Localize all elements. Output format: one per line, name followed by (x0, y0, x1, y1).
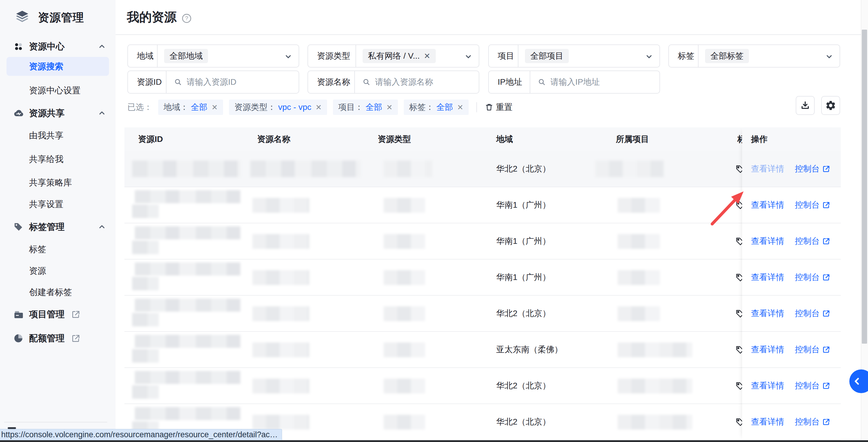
view-detail-link[interactable]: 查看详情 (751, 272, 784, 283)
svg-text:?: ? (185, 15, 188, 21)
console-link[interactable]: 控制台 (795, 380, 830, 391)
selected-chip-tag: 标签：全部✕ (404, 99, 469, 115)
sidebar-item-label: 配额管理 (29, 329, 65, 347)
download-icon (800, 100, 810, 111)
sidebar-group-label: 标签管理 (29, 221, 65, 233)
view-detail-link[interactable]: 查看详情 (751, 344, 784, 355)
reset-filters-button[interactable]: 重置 (485, 102, 513, 113)
col-project: 所属项目 (616, 127, 649, 151)
redacted-cell (250, 161, 361, 177)
selected-chip-resource-type: 资源类型：vpc - vpc✕ (229, 99, 327, 115)
console-link[interactable]: 控制台 (795, 235, 830, 247)
remove-chip-icon[interactable]: ✕ (457, 103, 463, 112)
remove-chip-icon[interactable]: ✕ (212, 103, 218, 112)
remove-chip-icon[interactable]: ✕ (386, 103, 393, 112)
sidebar-item-shared-by-me[interactable]: 由我共享 (0, 126, 116, 144)
window-bottom-edge (0, 440, 868, 442)
sidebar-item-resources[interactable]: 资源 (0, 262, 116, 280)
view-detail-link[interactable]: 查看详情 (751, 416, 784, 428)
table-header: 资源ID 资源名称 资源类型 地域 所属项目 标签 (124, 127, 841, 151)
side-panel-toggle-button[interactable] (849, 370, 868, 393)
redacted-cell (252, 343, 309, 357)
region-filter[interactable]: 地域 全部地域 (127, 44, 299, 67)
redacted-cell (618, 379, 692, 393)
sidebar-item-share-policy-library[interactable]: 共享策略库 (0, 173, 116, 191)
redacted-cell (132, 277, 159, 290)
sidebar-item-shared-to-me[interactable]: 共享给我 (0, 150, 116, 168)
project-filter-value: 全部项目 (525, 49, 569, 63)
external-link-icon (822, 165, 830, 173)
gear-icon (825, 100, 836, 111)
console-link[interactable]: 控制台 (795, 272, 830, 283)
export-button[interactable] (796, 96, 815, 115)
view-detail-link[interactable]: 查看详情 (751, 308, 784, 319)
console-link[interactable]: 控制台 (795, 416, 830, 428)
view-detail-link[interactable]: 查看详情 (751, 199, 784, 211)
console-link[interactable]: 控制台 (795, 344, 830, 355)
sidebar-group-label: 资源共享 (29, 107, 65, 119)
region-cell: 华南1（广州） (496, 187, 551, 223)
browser-status-bar: https://console.volcengine.com/resourcem… (0, 429, 282, 440)
resource-id-search: 资源ID (127, 70, 299, 94)
remove-tag-icon[interactable]: ✕ (424, 52, 430, 60)
redacted-cell (135, 407, 241, 420)
col-actions: 操作 (742, 127, 768, 151)
action-cell: 查看详情控制台 (742, 404, 841, 440)
resource-id-input[interactable] (183, 77, 299, 87)
redacted-cell (135, 262, 241, 276)
tag-filter-value: 全部标签 (705, 49, 749, 63)
annotation-arrow (707, 188, 752, 230)
sidebar-item-tags[interactable]: 标签 (0, 240, 116, 258)
redacted-cell (135, 335, 241, 348)
selected-chip-project: 项目：全部✕ (333, 99, 398, 115)
filter-label: 资源名称 (308, 71, 355, 93)
search-icon (174, 77, 183, 87)
action-column-cells: 查看详情控制台 查看详情控制台 查看详情控制台 查看详情控制台 查看详情控制台 … (742, 151, 841, 440)
column-settings-button[interactable] (821, 96, 840, 115)
view-detail-link[interactable]: 查看详情 (751, 380, 784, 391)
help-icon[interactable]: ? (181, 13, 192, 25)
action-cell: 查看详情控制台 (742, 368, 841, 404)
view-detail-link[interactable]: 查看详情 (751, 163, 784, 175)
chevron-left-icon (852, 376, 862, 387)
redacted-cell (252, 234, 309, 249)
scrollbar-thumb[interactable] (862, 30, 867, 344)
redacted-cell (135, 226, 241, 240)
resource-type-filter[interactable]: 资源类型 私有网络 / V...✕ (308, 44, 479, 67)
remove-chip-icon[interactable]: ✕ (315, 103, 322, 112)
region-cell: 亚太东南（柔佛） (496, 332, 563, 367)
console-link[interactable]: 控制台 (795, 308, 830, 319)
redacted-cell (384, 234, 425, 249)
tag-filter[interactable]: 标签 全部标签 (668, 44, 840, 67)
console-link[interactable]: 控制台 (795, 163, 830, 175)
table-row: 华北2（北京） (124, 151, 841, 187)
redacted-cell (132, 241, 159, 254)
sidebar-group-resource-center[interactable]: 资源中心 (0, 38, 116, 55)
pie-chart-icon (13, 333, 24, 345)
sidebar-group-resource-sharing[interactable]: 资源共享 (0, 104, 116, 122)
external-link-icon (822, 237, 830, 245)
sidebar-item-share-settings[interactable]: 共享设置 (0, 195, 116, 213)
console-link[interactable]: 控制台 (795, 199, 830, 211)
sidebar-item-resource-search[interactable]: 资源搜索 (6, 57, 109, 76)
resource-name-input[interactable] (371, 77, 479, 87)
view-detail-link[interactable]: 查看详情 (751, 235, 784, 247)
redacted-cell (384, 415, 425, 430)
sidebar-item-project-management[interactable]: 项目管理 (0, 306, 116, 323)
region-cell: 华北2（北京） (496, 296, 551, 331)
chevron-down-icon[interactable] (284, 52, 293, 62)
resource-type-filter-value: 私有网络 / V...✕ (363, 49, 436, 63)
sidebar-group-tag-management[interactable]: 标签管理 (0, 218, 116, 236)
sidebar-item-creator-tags[interactable]: 创建者标签 (0, 283, 116, 301)
chevron-down-icon[interactable] (825, 52, 834, 62)
project-filter[interactable]: 项目 全部项目 (488, 44, 660, 67)
folder-icon (13, 309, 24, 321)
ip-address-input[interactable] (546, 77, 659, 87)
chevron-down-icon[interactable] (464, 52, 473, 62)
table-row: 亚太东南（柔佛） (124, 332, 841, 368)
sidebar-item-quota-management[interactable]: 配额管理 (0, 329, 116, 347)
chevron-down-icon[interactable] (645, 52, 653, 62)
table-rows: 华北2（北京）华南1（广州）华南1（广州）华南1（广州）华北2（北京）亚太东南（… (124, 127, 841, 440)
sidebar-item-resource-center-settings[interactable]: 资源中心设置 (0, 82, 116, 99)
redacted-cell (618, 234, 660, 249)
